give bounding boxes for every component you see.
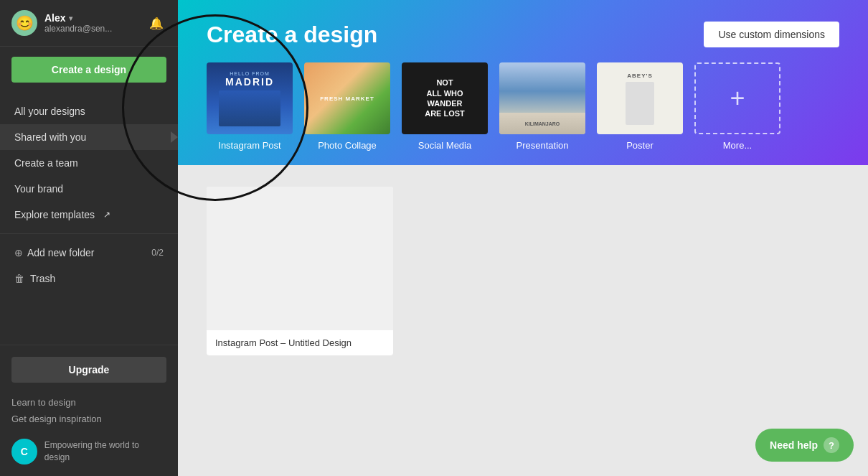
get-design-inspiration-link[interactable]: Get design inspiration	[11, 411, 166, 427]
dropdown-arrow-icon[interactable]: ▾	[69, 14, 72, 22]
design-card-social[interactable]: NOTALL WHOWANDERARE LOST Social Media	[402, 62, 488, 151]
poster-book-title: ABEY'S	[627, 73, 652, 79]
design-item[interactable]: Instagram Post – Untitled Design	[207, 187, 393, 355]
social-text: NOTALL WHOWANDERARE LOST	[425, 78, 465, 118]
madrid-hello-text: HELLO FROM	[230, 71, 270, 76]
add-folder-icon: ⊕	[14, 247, 23, 258]
your-brand-label: Your brand	[14, 183, 63, 195]
user-name: Alex ▾	[44, 12, 146, 24]
canva-branding: C Empowering the world to design	[11, 439, 166, 465]
canva-logo: C	[11, 439, 37, 465]
footer-links: Learn to design Get design inspiration	[11, 394, 166, 427]
poster-thumbnail: ABEY'S	[597, 62, 683, 134]
user-info: Alex ▾ alexandra@sen...	[44, 12, 146, 34]
active-arrow-icon	[171, 131, 178, 143]
explore-templates-label: Explore templates	[14, 209, 95, 220]
presentation-label: Presentation	[516, 140, 569, 151]
sidebar-item-trash[interactable]: 🗑 Trash	[0, 266, 178, 291]
madrid-building-img	[219, 90, 280, 126]
collage-thumbnail: FRESH MARKET	[304, 62, 390, 134]
help-button[interactable]: Need help ?	[755, 429, 854, 462]
sidebar-header: 😊 Alex ▾ alexandra@sen... 🔔	[0, 0, 178, 47]
design-item-label: Instagram Post – Untitled Design	[207, 330, 393, 355]
poster-book-image	[626, 82, 654, 125]
create-team-label: Create a team	[14, 157, 78, 169]
bell-icon[interactable]: 🔔	[146, 13, 166, 33]
external-link-icon: ↗	[103, 210, 110, 220]
sidebar-item-all-designs[interactable]: All your designs	[0, 98, 178, 124]
design-card-poster[interactable]: ABEY'S Poster	[597, 62, 683, 151]
upgrade-button[interactable]: Upgrade	[11, 357, 166, 383]
trash-icon: 🗑	[14, 273, 24, 284]
sidebar-item-explore-templates[interactable]: Explore templates ↗	[0, 202, 178, 228]
poster-label: Poster	[626, 140, 654, 151]
help-question-icon: ?	[824, 437, 839, 453]
sidebar-nav: All your designs Shared with you Create …	[0, 93, 178, 345]
avatar: 😊	[11, 10, 37, 36]
sidebar-item-your-brand[interactable]: Your brand	[0, 176, 178, 202]
all-designs-label: All your designs	[14, 106, 85, 117]
more-thumbnail: +	[694, 62, 780, 134]
instagram-thumbnail: HELLO FROM MADRID	[207, 62, 293, 134]
shared-label: Shared with you	[14, 131, 86, 143]
hero-banner: Create a design Use custom dimensions HE…	[178, 0, 868, 165]
designs-grid: Instagram Post – Untitled Design	[207, 187, 839, 355]
user-email: alexandra@sen...	[44, 24, 146, 34]
instagram-label: Instagram Post	[218, 140, 280, 151]
nav-divider	[0, 233, 178, 234]
sidebar-footer: Upgrade Learn to design Get design inspi…	[0, 345, 178, 476]
design-card-collage[interactable]: FRESH MARKET Photo Collage	[304, 62, 390, 151]
main-content: Create a design Use custom dimensions HE…	[178, 0, 868, 476]
design-types-row: HELLO FROM MADRID Instagram Post FRESH M…	[207, 62, 839, 151]
create-design-button[interactable]: Create a design	[11, 57, 166, 83]
madrid-city-text: MADRID	[225, 76, 274, 88]
canva-tagline: Empowering the world to design	[44, 439, 166, 464]
sidebar: 😊 Alex ▾ alexandra@sen... 🔔 Create a des…	[0, 0, 178, 476]
design-card-instagram[interactable]: HELLO FROM MADRID Instagram Post	[207, 62, 293, 151]
trash-label: Trash	[30, 273, 55, 284]
more-plus-icon: +	[730, 83, 745, 113]
learn-to-design-link[interactable]: Learn to design	[11, 394, 166, 411]
custom-dimensions-button[interactable]: Use custom dimensions	[704, 22, 839, 47]
design-card-more[interactable]: + More...	[694, 62, 780, 151]
social-label: Social Media	[418, 140, 471, 151]
sidebar-item-create-team[interactable]: Create a team	[0, 150, 178, 176]
more-label: More...	[723, 140, 752, 151]
design-card-presentation[interactable]: KILIMANJARO Presentation	[499, 62, 585, 151]
presentation-thumbnail: KILIMANJARO	[499, 62, 585, 134]
social-thumbnail: NOTALL WHOWANDERARE LOST	[402, 62, 488, 134]
hero-title: Create a design	[207, 22, 377, 48]
help-label: Need help	[770, 439, 818, 451]
design-item-thumbnail	[207, 187, 393, 330]
folder-count: 0/2	[151, 248, 164, 258]
kilimanjaro-text: KILIMANJARO	[525, 121, 560, 126]
sidebar-item-add-folder[interactable]: ⊕ Add new folder 0/2	[0, 240, 178, 266]
collage-label: Photo Collage	[318, 140, 377, 151]
add-folder-label: Add new folder	[27, 247, 94, 258]
hero-top: Create a design Use custom dimensions	[207, 22, 839, 48]
sidebar-item-shared[interactable]: Shared with you	[0, 124, 178, 150]
